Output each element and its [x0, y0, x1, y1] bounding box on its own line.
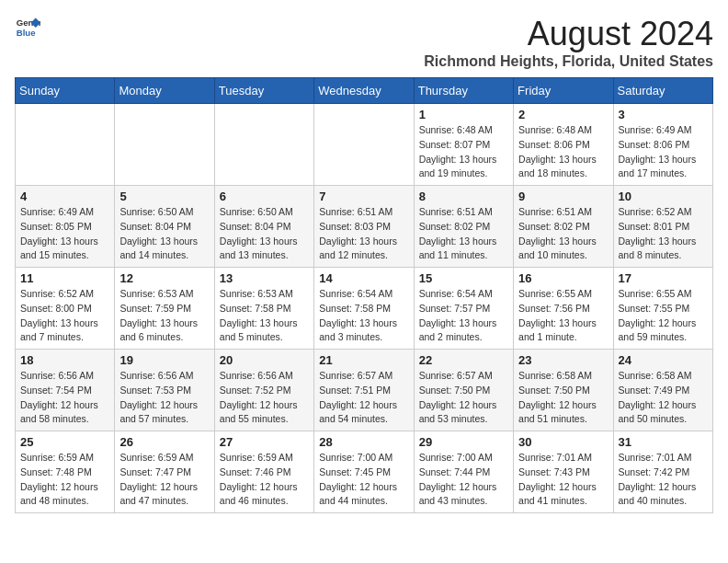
- day-number: 8: [419, 190, 508, 203]
- calendar-cell: 17Sunrise: 6:55 AM Sunset: 7:55 PM Dayli…: [613, 268, 712, 350]
- week-row-3: 11Sunrise: 6:52 AM Sunset: 8:00 PM Dayli…: [16, 268, 713, 350]
- day-number: 10: [619, 190, 708, 203]
- week-row-4: 18Sunrise: 6:56 AM Sunset: 7:54 PM Dayli…: [16, 350, 713, 431]
- calendar-cell: [115, 104, 214, 186]
- calendar-cell: [214, 104, 313, 186]
- calendar-cell: 26Sunrise: 6:59 AM Sunset: 7:47 PM Dayli…: [115, 431, 214, 513]
- calendar-cell: 13Sunrise: 6:53 AM Sunset: 7:58 PM Dayli…: [214, 268, 313, 350]
- day-number: 11: [20, 271, 109, 285]
- day-number: 21: [319, 353, 408, 367]
- day-number: 5: [119, 190, 209, 203]
- calendar-cell: 20Sunrise: 6:56 AM Sunset: 7:52 PM Dayli…: [214, 350, 313, 431]
- day-info: Sunrise: 6:59 AM Sunset: 7:46 PM Dayligh…: [220, 451, 309, 509]
- calendar-cell: 22Sunrise: 6:57 AM Sunset: 7:50 PM Dayli…: [414, 350, 513, 431]
- day-info: Sunrise: 6:50 AM Sunset: 8:04 PM Dayligh…: [119, 205, 209, 263]
- calendar-cell: 18Sunrise: 6:56 AM Sunset: 7:54 PM Dayli…: [16, 350, 115, 431]
- weekday-header-monday: Monday: [115, 78, 214, 104]
- logo-icon: General Blue: [15, 15, 40, 40]
- day-info: Sunrise: 6:48 AM Sunset: 8:07 PM Dayligh…: [419, 123, 508, 181]
- day-number: 13: [220, 271, 309, 285]
- calendar-cell: 25Sunrise: 6:59 AM Sunset: 7:48 PM Dayli…: [16, 431, 115, 513]
- day-number: 25: [20, 435, 109, 449]
- day-number: 2: [518, 108, 608, 121]
- day-number: 24: [619, 353, 708, 367]
- calendar-cell: 1Sunrise: 6:48 AM Sunset: 8:07 PM Daylig…: [414, 104, 513, 186]
- calendar-cell: 5Sunrise: 6:50 AM Sunset: 8:04 PM Daylig…: [115, 186, 214, 268]
- day-number: 19: [119, 353, 209, 367]
- day-info: Sunrise: 6:54 AM Sunset: 7:58 PM Dayligh…: [319, 287, 408, 345]
- weekday-header-tuesday: Tuesday: [214, 78, 313, 104]
- day-info: Sunrise: 6:50 AM Sunset: 8:04 PM Dayligh…: [220, 205, 309, 263]
- calendar-table: SundayMondayTuesdayWednesdayThursdayFrid…: [15, 77, 713, 513]
- calendar-cell: 27Sunrise: 6:59 AM Sunset: 7:46 PM Dayli…: [214, 431, 313, 513]
- calendar-cell: 8Sunrise: 6:51 AM Sunset: 8:02 PM Daylig…: [414, 186, 513, 268]
- day-info: Sunrise: 6:55 AM Sunset: 7:55 PM Dayligh…: [619, 287, 708, 345]
- day-info: Sunrise: 6:57 AM Sunset: 7:50 PM Dayligh…: [419, 369, 508, 427]
- day-info: Sunrise: 6:48 AM Sunset: 8:06 PM Dayligh…: [518, 123, 608, 181]
- title-block: August 2024 Richmond Heights, Florida, U…: [424, 15, 713, 70]
- day-number: 17: [619, 271, 708, 285]
- day-number: 30: [518, 435, 608, 449]
- day-info: Sunrise: 6:53 AM Sunset: 7:58 PM Dayligh…: [220, 287, 309, 345]
- calendar-cell: 24Sunrise: 6:58 AM Sunset: 7:49 PM Dayli…: [613, 350, 712, 431]
- day-info: Sunrise: 7:01 AM Sunset: 7:42 PM Dayligh…: [619, 451, 708, 509]
- subtitle: Richmond Heights, Florida, United States: [424, 53, 713, 70]
- calendar-cell: 21Sunrise: 6:57 AM Sunset: 7:51 PM Dayli…: [314, 350, 414, 431]
- day-info: Sunrise: 6:59 AM Sunset: 7:48 PM Dayligh…: [20, 451, 109, 509]
- page-header: General Blue August 2024 Richmond Height…: [15, 15, 713, 70]
- day-number: 4: [20, 190, 109, 203]
- day-info: Sunrise: 6:52 AM Sunset: 8:01 PM Dayligh…: [619, 205, 708, 263]
- day-info: Sunrise: 6:54 AM Sunset: 7:57 PM Dayligh…: [419, 287, 508, 345]
- day-number: 7: [319, 190, 408, 203]
- day-number: 1: [419, 108, 508, 121]
- day-number: 12: [119, 271, 209, 285]
- calendar-cell: 11Sunrise: 6:52 AM Sunset: 8:00 PM Dayli…: [16, 268, 115, 350]
- day-number: 15: [419, 271, 508, 285]
- week-row-5: 25Sunrise: 6:59 AM Sunset: 7:48 PM Dayli…: [16, 431, 713, 513]
- weekday-header-wednesday: Wednesday: [314, 78, 414, 104]
- day-info: Sunrise: 6:55 AM Sunset: 7:56 PM Dayligh…: [518, 287, 608, 345]
- calendar-cell: 4Sunrise: 6:49 AM Sunset: 8:05 PM Daylig…: [16, 186, 115, 268]
- day-number: 23: [518, 353, 608, 367]
- day-number: 9: [518, 190, 608, 203]
- calendar-cell: 12Sunrise: 6:53 AM Sunset: 7:59 PM Dayli…: [115, 268, 214, 350]
- day-info: Sunrise: 6:58 AM Sunset: 7:50 PM Dayligh…: [518, 369, 608, 427]
- calendar-cell: [16, 104, 115, 186]
- calendar-cell: 14Sunrise: 6:54 AM Sunset: 7:58 PM Dayli…: [314, 268, 414, 350]
- day-info: Sunrise: 6:58 AM Sunset: 7:49 PM Dayligh…: [619, 369, 708, 427]
- calendar-cell: 6Sunrise: 6:50 AM Sunset: 8:04 PM Daylig…: [214, 186, 313, 268]
- calendar-cell: 19Sunrise: 6:56 AM Sunset: 7:53 PM Dayli…: [115, 350, 214, 431]
- day-info: Sunrise: 6:56 AM Sunset: 7:53 PM Dayligh…: [119, 369, 209, 427]
- weekday-header-friday: Friday: [514, 78, 613, 104]
- calendar-cell: 29Sunrise: 7:00 AM Sunset: 7:44 PM Dayli…: [414, 431, 513, 513]
- day-info: Sunrise: 6:51 AM Sunset: 8:02 PM Dayligh…: [419, 205, 508, 263]
- calendar-cell: 23Sunrise: 6:58 AM Sunset: 7:50 PM Dayli…: [514, 350, 613, 431]
- day-number: 3: [619, 108, 708, 121]
- day-info: Sunrise: 6:49 AM Sunset: 8:05 PM Dayligh…: [20, 205, 109, 263]
- day-info: Sunrise: 6:52 AM Sunset: 8:00 PM Dayligh…: [20, 287, 109, 345]
- day-info: Sunrise: 7:00 AM Sunset: 7:44 PM Dayligh…: [419, 451, 508, 509]
- weekday-header-saturday: Saturday: [613, 78, 712, 104]
- day-info: Sunrise: 6:51 AM Sunset: 8:03 PM Dayligh…: [319, 205, 408, 263]
- day-info: Sunrise: 7:00 AM Sunset: 7:45 PM Dayligh…: [319, 451, 408, 509]
- weekday-header-thursday: Thursday: [414, 78, 513, 104]
- day-number: 29: [419, 435, 508, 449]
- weekday-header-sunday: Sunday: [16, 78, 115, 104]
- day-number: 27: [220, 435, 309, 449]
- calendar-cell: 16Sunrise: 6:55 AM Sunset: 7:56 PM Dayli…: [514, 268, 613, 350]
- calendar-cell: 28Sunrise: 7:00 AM Sunset: 7:45 PM Dayli…: [314, 431, 414, 513]
- day-number: 28: [319, 435, 408, 449]
- day-number: 14: [319, 271, 408, 285]
- day-info: Sunrise: 6:49 AM Sunset: 8:06 PM Dayligh…: [619, 123, 708, 181]
- day-info: Sunrise: 6:57 AM Sunset: 7:51 PM Dayligh…: [319, 369, 408, 427]
- main-title: August 2024: [424, 15, 713, 53]
- day-number: 31: [619, 435, 708, 449]
- calendar-cell: 2Sunrise: 6:48 AM Sunset: 8:06 PM Daylig…: [514, 104, 613, 186]
- day-number: 22: [419, 353, 508, 367]
- day-info: Sunrise: 6:53 AM Sunset: 7:59 PM Dayligh…: [119, 287, 209, 345]
- week-row-1: 1Sunrise: 6:48 AM Sunset: 8:07 PM Daylig…: [16, 104, 713, 186]
- day-number: 20: [220, 353, 309, 367]
- weekday-header-row: SundayMondayTuesdayWednesdayThursdayFrid…: [16, 78, 713, 104]
- calendar-cell: 10Sunrise: 6:52 AM Sunset: 8:01 PM Dayli…: [613, 186, 712, 268]
- calendar-cell: 31Sunrise: 7:01 AM Sunset: 7:42 PM Dayli…: [613, 431, 712, 513]
